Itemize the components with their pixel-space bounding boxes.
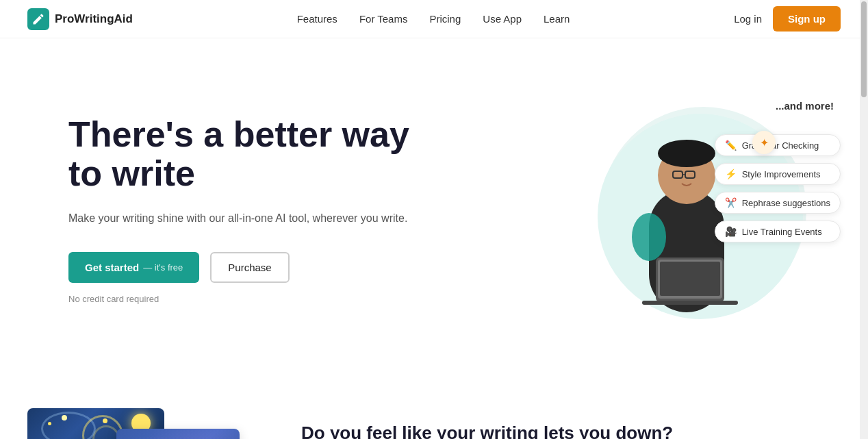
nav-pricing[interactable]: Pricing: [429, 13, 461, 25]
feature-pills: ✏️ Grammar Checking ⚡ Style Improvements…: [715, 134, 841, 242]
video-icon: 🎥: [725, 226, 737, 237]
login-link[interactable]: Log in: [734, 13, 762, 25]
hero-buttons: Get started — it's free Purchase: [68, 252, 424, 283]
hero-content: There's a better way to write Make your …: [68, 115, 424, 304]
pill-rephrase: ✂️ Rephrase suggestions: [715, 192, 841, 214]
scrollbar-track[interactable]: [860, 0, 868, 439]
no-credit-text: No credit card required: [68, 294, 424, 304]
svg-point-11: [632, 213, 666, 261]
scissors-icon: ✂️: [725, 197, 737, 208]
purchase-button[interactable]: Purchase: [210, 252, 289, 283]
pill-training-label: Live Training Events: [742, 227, 822, 237]
section2-text: Do you feel like your writing lets you d…: [301, 408, 800, 439]
hero-subtitle: Make your writing shine with our all-in-…: [68, 210, 424, 227]
section2-title: Do you feel like your writing lets you d…: [301, 422, 800, 439]
scrollbar-thumb[interactable]: [861, 1, 867, 97]
nav-actions: Log in Sign up: [734, 6, 841, 32]
overlay-card-image: [116, 429, 240, 439]
navbar: ProWritingAid Features For Teams Pricing…: [0, 0, 868, 38]
pill-style: ⚡ Style Improvements: [715, 163, 841, 185]
nav-links: Features For Teams Pricing Use App Learn: [297, 13, 570, 25]
svg-rect-10: [642, 301, 738, 305]
hero-section: There's a better way to write Make your …: [0, 38, 868, 381]
signup-button[interactable]: Sign up: [773, 6, 841, 32]
hero-illustration: ...and more! ✦ ✏️ Grammar Checking ⚡ Sty…: [567, 79, 841, 340]
lightning-icon: ⚡: [725, 168, 737, 179]
nav-learn[interactable]: Learn: [544, 13, 570, 25]
brand-name: ProWritingAid: [55, 12, 133, 26]
plus-badge: ✦: [752, 131, 776, 154]
svg-rect-9: [660, 262, 720, 296]
svg-point-3: [658, 140, 715, 167]
pill-rephrase-label: Rephrase suggestions: [742, 198, 830, 208]
logo-link[interactable]: ProWritingAid: [27, 8, 133, 30]
nav-for-teams[interactable]: For Teams: [359, 13, 408, 25]
nav-use-app[interactable]: Use App: [483, 13, 522, 25]
pill-training: 🎥 Live Training Events: [715, 221, 841, 242]
section2-images: My idea in my head: [27, 408, 260, 439]
free-label: — it's free: [143, 262, 183, 273]
pill-style-label: Style Improvements: [742, 169, 821, 179]
hero-title: There's a better way to write: [68, 115, 424, 193]
nav-features[interactable]: Features: [297, 13, 337, 25]
get-started-button[interactable]: Get started — it's free: [68, 252, 199, 283]
pill-grammar: ✏️ Grammar Checking: [715, 134, 841, 156]
logo-icon: [27, 8, 49, 30]
pencil-icon: ✏️: [725, 140, 737, 151]
get-started-label: Get started: [85, 262, 139, 273]
section2: My idea in my head Do you feel like your…: [0, 381, 868, 439]
logo-svg: [31, 12, 45, 26]
